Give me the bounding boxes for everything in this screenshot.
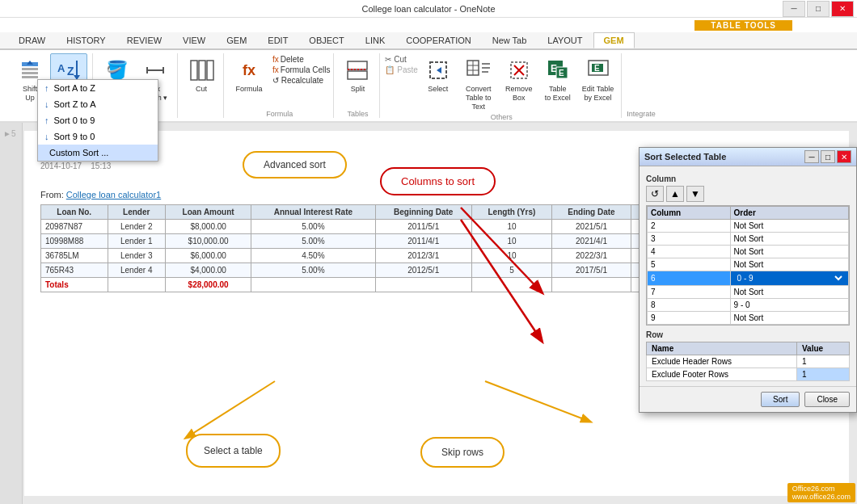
tab-history[interactable]: HISTORY <box>56 32 116 48</box>
ribbon-tabs: DRAW HISTORY REVIEW VIEW GEM EDIT OBJECT… <box>0 32 857 50</box>
dialog-row-exclude-footer: Exclude Footer Rows 1 <box>647 368 850 381</box>
remove-box-label: RemoveBox <box>505 85 533 103</box>
sort-9-to-0-label: Sort 9 to 0 <box>54 132 95 141</box>
maximize-button[interactable]: □ <box>807 1 830 17</box>
convert-table-icon <box>464 56 493 85</box>
svg-marker-19 <box>437 67 441 74</box>
table-tools-label: TABLE TOOLS <box>694 20 792 31</box>
dialog-column-scroll[interactable]: Column Order 2Not Sort 3Not Sort 4Not So… <box>646 205 850 326</box>
dialog-body: Column ↺ ▲ ▼ Column Order 2Not S <box>640 166 856 386</box>
custom-sort-label: Custom Sort ... <box>49 148 108 158</box>
tab-layout[interactable]: LAYOUT <box>537 32 593 48</box>
dialog-refresh-btn[interactable]: ↺ <box>646 186 664 202</box>
col-annual-interest: Annual Interest Rate <box>251 205 375 220</box>
col-loan-no: Loan No. <box>41 205 108 220</box>
dialog-close-button[interactable]: Close <box>804 392 850 407</box>
callout-advanced-sort: Advanced sort <box>243 151 347 178</box>
svg-text:A: A <box>57 62 65 74</box>
sort-9-to-0-item[interactable]: ↓ Sort 9 to 0 <box>38 128 158 145</box>
split-button[interactable]: Split <box>339 53 376 96</box>
dialog-column-section-label: Column <box>646 174 850 183</box>
dialog-title: Sort Selected Table <box>644 152 726 162</box>
sort-dropdown-menu: ↑ Sort A to Z ↓ Sort Z to A ↑ Sort 0 to … <box>37 79 158 162</box>
table-to-excel-button[interactable]: E E Tableto Excel <box>539 53 576 105</box>
tab-edit[interactable]: EDIT <box>257 32 298 48</box>
dialog-move-up-btn[interactable]: ▲ <box>666 186 684 202</box>
page-marker: ►5 <box>3 129 15 138</box>
main-area: ►5 loan calculator 2014-10-17 15:13 . . … <box>0 123 857 504</box>
dialog-row-section-label: Row <box>646 330 850 339</box>
dialog-row-section: Row Name Value Exclude Header Rows 1 <box>646 330 850 381</box>
minimize-button[interactable]: ─ <box>783 1 805 17</box>
dialog-close-btn[interactable]: ✕ <box>837 150 851 163</box>
callout-columns-to-sort: Columns to sort <box>380 167 496 195</box>
dialog-minimize-btn[interactable]: ─ <box>804 150 819 163</box>
dialog-maximize-btn[interactable]: □ <box>821 150 835 163</box>
dialog-col-header-column: Column <box>648 207 731 220</box>
svg-rect-12 <box>191 61 197 80</box>
custom-sort-item[interactable]: Custom Sort ... <box>38 145 158 161</box>
sort-0-to-9-label: Sort 0 to 9 <box>54 116 95 125</box>
svg-line-39 <box>186 381 275 438</box>
close-button[interactable]: ✕ <box>831 1 854 17</box>
formula-cells-button[interactable]: fx Formula Cells <box>272 65 330 74</box>
recalculate-button[interactable]: ↺ Recalculate <box>272 76 330 85</box>
dialog-col-6-order-select[interactable]: 0 - 9 Not Sort 9 - 0 <box>734 273 845 284</box>
window-controls: ─ □ ✕ <box>783 1 857 17</box>
dialog-column-table: Column Order 2Not Sort 3Not Sort 4Not So… <box>647 206 849 325</box>
sort-0-to-9-item[interactable]: ↑ Sort 0 to 9 <box>38 112 158 128</box>
dialog-sort-button[interactable]: Sort <box>761 392 800 407</box>
distribute-button[interactable]: Cut <box>183 53 220 96</box>
dialog-row-header-name: Name <box>647 342 797 355</box>
formula-button[interactable]: fx Formula <box>229 53 269 96</box>
distribute-icon <box>187 56 216 85</box>
cut-button[interactable]: ✂ Cut <box>385 55 417 64</box>
svg-rect-2 <box>22 72 38 74</box>
formula-label: Formula <box>235 85 262 94</box>
edit-table-by-excel-label: Edit Tableby Excel <box>582 85 614 103</box>
select-button[interactable]: Select <box>420 53 457 96</box>
table-to-excel-label: Tableto Excel <box>545 85 571 103</box>
tab-link[interactable]: LINK <box>355 32 395 48</box>
col-beginning-date: Beginning Date <box>375 205 471 220</box>
dialog-col-row-9: 9Not Sort <box>648 312 849 325</box>
svg-rect-3 <box>22 76 38 78</box>
tab-object[interactable]: OBJECT <box>298 32 354 48</box>
tab-gem[interactable]: GEM <box>216 32 257 48</box>
sort-a-to-z-item[interactable]: ↑ Sort A to Z <box>38 80 158 96</box>
sort-a-to-z-label: Sort A to Z <box>54 83 95 93</box>
tab-gem-active[interactable]: GEM <box>593 32 635 48</box>
col-lender: Lender <box>108 205 165 220</box>
tab-new-tab[interactable]: New Tab <box>482 32 538 48</box>
tab-cooperation[interactable]: COOPERATION <box>395 32 481 48</box>
dialog-window-controls: ─ □ ✕ <box>804 150 851 163</box>
svg-line-40 <box>485 381 590 422</box>
edit-table-by-excel-icon: E <box>584 56 613 85</box>
dialog-col-row-6: 6 0 - 9 Not Sort 9 - 0 <box>648 271 849 286</box>
dialog-row-exclude-header: Exclude Header Rows 1 <box>647 355 850 368</box>
dialog-col-row-5: 5Not Sort <box>648 258 849 271</box>
delete-button[interactable]: fx Delete <box>272 55 330 64</box>
svg-rect-14 <box>207 61 213 80</box>
col-ending-date: Ending Date <box>551 205 631 220</box>
remove-box-icon <box>504 56 534 85</box>
dialog-col-row-7: 7Not Sort <box>648 286 849 299</box>
select-label: Select <box>428 85 448 94</box>
callout-select-table: Select a table <box>186 434 281 468</box>
tab-review[interactable]: REVIEW <box>116 32 172 48</box>
svg-rect-15 <box>348 61 367 69</box>
dialog-footer: Sort Close <box>640 386 856 412</box>
tab-draw[interactable]: DRAW <box>8 32 56 48</box>
from-link-anchor[interactable]: College loan calculator1 <box>66 190 161 200</box>
dialog-move-down-btn[interactable]: ▼ <box>686 186 704 202</box>
edit-table-by-excel-button[interactable]: E Edit Tableby Excel <box>578 53 618 105</box>
svg-rect-16 <box>348 71 367 79</box>
dialog-title-bar: Sort Selected Table ─ □ ✕ <box>640 148 856 166</box>
tab-view[interactable]: VIEW <box>172 32 216 48</box>
convert-table-to-text-button[interactable]: ConvertTable toText <box>458 53 499 113</box>
remove-box-button[interactable]: RemoveBox <box>500 53 538 105</box>
dialog-row-table: Name Value Exclude Header Rows 1 Exclude… <box>646 342 850 381</box>
callout-skip-rows: Skip rows <box>420 437 504 468</box>
dialog-column-toolbar: ↺ ▲ ▼ <box>646 186 850 202</box>
sort-z-to-a-item[interactable]: ↓ Sort Z to A <box>38 96 158 112</box>
